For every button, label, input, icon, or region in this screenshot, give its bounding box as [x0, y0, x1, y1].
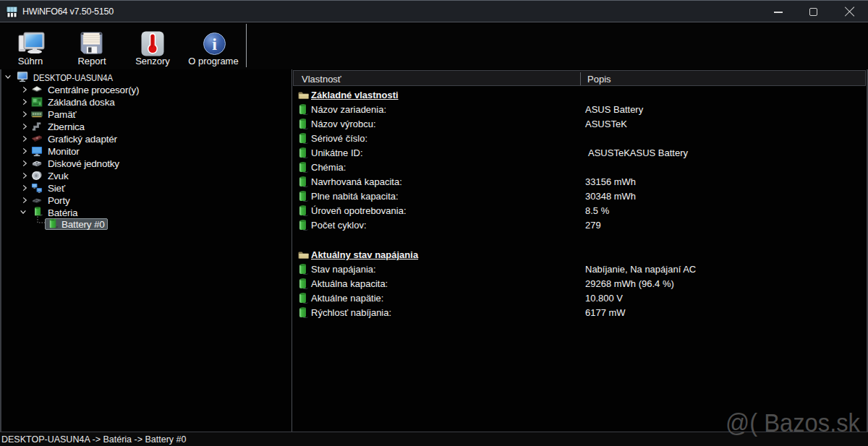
svg-text:i: i [212, 35, 217, 53]
